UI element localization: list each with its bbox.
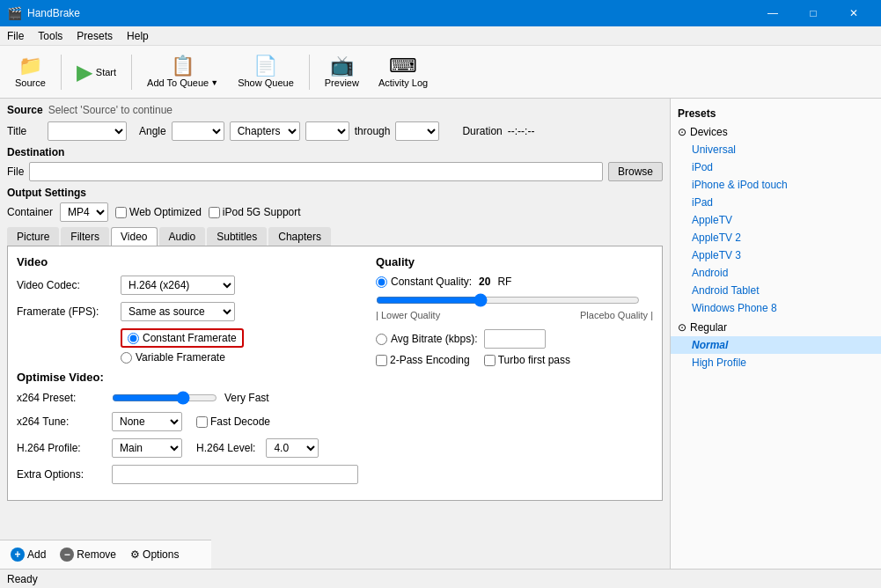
tab-picture[interactable]: Picture (7, 227, 59, 246)
lower-quality-label: | Lower Quality (376, 310, 440, 320)
turbo-first-pass-label[interactable]: Turbo first pass (484, 354, 570, 366)
fast-decode-label[interactable]: Fast Decode (196, 415, 270, 428)
sidebar-item-iphone[interactable]: iPhone & iPod touch (671, 176, 881, 194)
presets-title: Presets (671, 104, 881, 123)
close-button[interactable]: ✕ (833, 0, 874, 26)
tab-audio[interactable]: Audio (159, 227, 206, 246)
fast-decode-checkbox[interactable] (196, 416, 208, 428)
title-select[interactable] (48, 121, 127, 141)
through-label: through (355, 125, 391, 137)
constant-framerate-selected: Constant Framerate (121, 328, 244, 348)
ipod-support-checkbox[interactable] (209, 207, 220, 218)
sidebar-item-high-profile[interactable]: High Profile (671, 354, 881, 371)
browse-button[interactable]: Browse (608, 162, 663, 181)
sidebar-item-universal[interactable]: Universal (671, 141, 881, 158)
x264-tune-select[interactable]: None (112, 412, 182, 431)
codec-select[interactable]: H.264 (x264) (121, 276, 235, 295)
sidebar-item-android-tablet[interactable]: Android Tablet (671, 282, 881, 299)
angle-select[interactable] (172, 121, 224, 141)
chapters-select[interactable]: Chapters (230, 121, 300, 141)
tabs: Picture Filters Video Audio Subtitles Ch… (7, 227, 663, 246)
source-label: Source (15, 77, 46, 88)
slider-labels: | Lower Quality Placebo Quality | (376, 310, 653, 320)
ipod-support-label[interactable]: iPod 5G Support (209, 206, 301, 218)
two-pass-label[interactable]: 2-Pass Encoding (376, 354, 470, 366)
codec-row: Video Codec: H.264 (x264) (17, 276, 358, 295)
sidebar-item-ipod[interactable]: iPod (671, 158, 881, 176)
title-bar: 🎬 HandBrake — □ ✕ (0, 0, 881, 26)
source-section-label: Source (7, 104, 43, 116)
add-to-queue-label: Add To Queue ▼ (147, 77, 218, 88)
constant-quality-radio-label[interactable]: Constant Quality: (376, 276, 472, 288)
constant-framerate-label[interactable]: Constant Framerate (128, 332, 237, 344)
extra-options-label: Extra Options: (17, 468, 105, 481)
avg-bitrate-radio[interactable] (376, 334, 387, 345)
sidebar-item-windows-phone[interactable]: Windows Phone 8 (671, 299, 881, 317)
framerate-select[interactable]: Same as source (121, 302, 235, 321)
sidebar-item-appletv2[interactable]: AppleTV 2 (671, 229, 881, 246)
regular-group-header[interactable]: ⊙ Regular (671, 319, 881, 336)
chapter-end-select[interactable] (395, 121, 439, 141)
h264-level-select[interactable]: 4.0 (266, 438, 319, 458)
avg-bitrate-input[interactable] (484, 329, 546, 349)
sidebar-item-appletv3[interactable]: AppleTV 3 (671, 246, 881, 264)
source-row: Source Select 'Source' to continue (7, 104, 663, 116)
x264-preset-slider[interactable] (112, 391, 217, 405)
sidebar-item-normal[interactable]: Normal (671, 336, 881, 354)
tab-subtitles[interactable]: Subtitles (207, 227, 267, 246)
minimize-button[interactable]: — (753, 0, 793, 26)
tab-filters[interactable]: Filters (61, 227, 109, 246)
variable-framerate-radio[interactable] (121, 352, 132, 364)
sidebar-group-regular: ⊙ Regular Normal High Profile (671, 319, 881, 371)
app-icon: 🎬 (7, 6, 22, 20)
sidebar-item-ipad[interactable]: iPad (671, 194, 881, 211)
activity-log-button[interactable]: ⌨ Activity Log (371, 49, 436, 95)
menu-presets[interactable]: Presets (70, 26, 120, 46)
devices-group-label: Devices (690, 126, 728, 138)
avg-bitrate-radio-label[interactable]: Avg Bitrate (kbps): (376, 333, 477, 345)
x264-tune-row: x264 Tune: None Fast Decode (17, 412, 358, 431)
status-bar: Ready (0, 569, 881, 588)
main-layout: Source Select 'Source' to continue Title… (0, 99, 881, 569)
add-queue-arrow[interactable]: ▼ (210, 78, 218, 87)
activity-log-label: Activity Log (378, 77, 428, 88)
content-area: Source Select 'Source' to continue Title… (0, 99, 670, 569)
toolbar-divider-1 (61, 55, 62, 90)
menu-file[interactable]: File (0, 26, 31, 46)
menu-tools[interactable]: Tools (31, 26, 70, 46)
show-queue-button[interactable]: 📄 Show Queue (230, 49, 302, 95)
h264-profile-select[interactable]: Main (112, 438, 182, 458)
preview-button[interactable]: 📺 Preview (317, 49, 367, 95)
start-button[interactable]: ▶ Start (69, 49, 124, 95)
web-optimized-label[interactable]: Web Optimized (115, 206, 202, 218)
tab-video[interactable]: Video (111, 227, 157, 246)
sidebar-item-android[interactable]: Android (671, 264, 881, 282)
menu-help[interactable]: Help (120, 26, 156, 46)
quality-slider[interactable] (376, 293, 640, 307)
chapter-start-select[interactable] (305, 121, 349, 141)
quality-value: 20 (479, 276, 490, 288)
destination-row: File Browse (7, 162, 663, 181)
two-pass-checkbox[interactable] (376, 355, 387, 366)
placebo-quality-label: Placebo Quality | (580, 310, 653, 320)
container-select[interactable]: MP4 (60, 202, 108, 222)
devices-group-header[interactable]: ⊙ Devices (671, 123, 881, 141)
constant-quality-radio[interactable] (376, 276, 387, 288)
tab-content-video: Video Video Codec: H.264 (x264) Framerat… (7, 246, 663, 501)
constant-framerate-radio[interactable] (128, 333, 139, 344)
extra-options-input[interactable] (112, 465, 358, 484)
toolbar-divider-3 (309, 55, 310, 90)
add-to-queue-button[interactable]: 📋 Add To Queue ▼ (139, 49, 226, 95)
web-optimized-checkbox[interactable] (115, 207, 127, 218)
tab-chapters[interactable]: Chapters (268, 227, 331, 246)
regular-chevron-icon: ⊙ (678, 321, 686, 334)
turbo-first-pass-checkbox[interactable] (484, 355, 496, 366)
rf-unit: RF (497, 276, 511, 288)
source-button[interactable]: 📁 Source (7, 49, 54, 95)
sidebar-item-appletv[interactable]: AppleTV (671, 211, 881, 229)
maximize-button[interactable]: □ (793, 0, 833, 26)
constant-quality-row: Constant Quality: 20 RF (376, 276, 653, 288)
status-text: Ready (7, 573, 38, 585)
variable-framerate-label[interactable]: Variable Framerate (121, 351, 358, 364)
file-input[interactable] (29, 162, 603, 181)
